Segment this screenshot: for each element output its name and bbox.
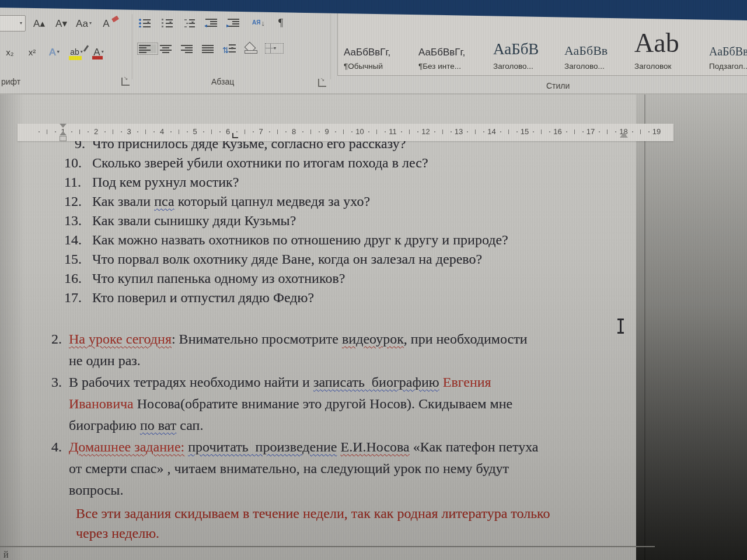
style-preview: Аab [634, 27, 700, 58]
ruler-number: 8 [292, 127, 296, 136]
justify-icon[interactable] [202, 44, 219, 53]
ruler-tick [549, 131, 550, 132]
dropdown-arrow-icon[interactable]: ▾ [147, 20, 149, 25]
ruler-tick [47, 130, 47, 134]
document-area[interactable]: 9.Что приснилось дяде Кузьме, согласно е… [0, 94, 747, 560]
shrink-font-icon[interactable]: А▾ [53, 16, 70, 31]
ruler-tick [442, 130, 443, 134]
paragraph-text: Как звали сынишку дяди Кузьмы? [92, 213, 296, 228]
list-number: 17. [64, 288, 82, 307]
tab-stop-marker[interactable] [232, 133, 238, 138]
font-size-combo[interactable]: ▾ [0, 15, 26, 32]
paragraph-group-row2: ▾▾▾ [139, 43, 284, 54]
highlight-icon[interactable]: ab▾ [68, 44, 85, 60]
horizontal-ruler[interactable]: 12345678910111213141516171819 [18, 124, 673, 141]
ruler-tick [113, 130, 113, 134]
paragraph-text: Домашнее задание: прочитать произведение… [69, 439, 538, 498]
grow-font-icon[interactable]: А▴ [30, 16, 48, 31]
dropdown-arrow-icon[interactable]: ▾ [102, 50, 104, 54]
style-label: ¶Обычный [344, 62, 409, 71]
ruler-number: 14 [487, 127, 495, 136]
ibeam-cursor-icon [620, 320, 622, 332]
style-card[interactable]: АаБбВвЗаголово... [558, 13, 629, 75]
increase-indent-icon[interactable] [228, 19, 245, 27]
style-card[interactable]: АаБбВвГг,¶Обычный [338, 13, 413, 75]
paragraph-text: Все эти задания скидываем в течение неде… [76, 506, 550, 541]
text-run: через неделю. [76, 526, 159, 541]
text-run: Что порвал волк охотнику дяде Ване, когд… [92, 251, 482, 267]
ruler-tick [343, 130, 344, 134]
dropdown-arrow-icon[interactable]: ▾ [20, 21, 22, 26]
show-marks-icon[interactable]: ¶ [272, 15, 289, 30]
footer-note-paragraph: Все эти задания скидываем в течение неде… [0, 503, 648, 543]
style-card[interactable]: АаБбВвГПодзагол... [703, 13, 747, 75]
dropdown-arrow-icon[interactable]: ▾ [231, 46, 233, 51]
borders-icon[interactable]: ▾ [265, 43, 284, 54]
multilevel-list-icon[interactable]: ▾ [183, 19, 201, 27]
style-label: ¶Без инте... [418, 62, 484, 71]
shading-icon[interactable]: ▾ [244, 43, 261, 54]
dropdown-arrow-icon[interactable]: ▾ [169, 20, 172, 25]
ruler-tick [508, 130, 509, 134]
text-run: Сколько зверей убили охотники по итогам … [92, 155, 428, 170]
paragraph-text: На уроке сегодня: Внимательно просмотрит… [69, 331, 528, 368]
ruler-tick [516, 131, 518, 132]
bullet-list-icon[interactable]: ▾ [139, 19, 156, 27]
paragraph-text: Что купил папенька одному из охотников? [92, 271, 345, 286]
dropdown-arrow-icon[interactable]: ▾ [89, 21, 92, 26]
style-card[interactable]: АabЗаголовок [629, 13, 703, 75]
ruler-number: 9 [324, 127, 329, 136]
sort-icon[interactable]: АЯ [250, 15, 267, 30]
text-effects-icon[interactable]: А▾ [46, 44, 63, 60]
ruler-tick [401, 131, 402, 132]
ruler-number: 11 [389, 127, 397, 136]
ruler-tick [483, 131, 484, 132]
change-case-icon[interactable]: Аа▾ [75, 16, 93, 31]
ruler-tick [376, 130, 377, 134]
dropdown-arrow-icon[interactable]: ▾ [191, 20, 194, 25]
clear-formatting-icon[interactable]: А [97, 16, 115, 31]
decrease-indent-icon[interactable] [205, 19, 223, 27]
superscript-icon[interactable]: x² [23, 44, 41, 60]
font-color-icon[interactable]: А▾ [90, 44, 107, 60]
text-run: записать биографию [313, 374, 439, 390]
ruler-tick [236, 131, 238, 132]
styles-group-label: Стили [546, 81, 570, 90]
dropdown-arrow-icon[interactable]: ▾ [274, 46, 276, 51]
right-indent-marker[interactable] [620, 132, 628, 138]
ruler-tick [277, 130, 278, 134]
line-spacing-icon[interactable]: ▾ [223, 44, 240, 53]
paragraph-text: Сколько зверей убили охотники по итогам … [92, 155, 428, 170]
style-card[interactable]: АаБбВЗаголово... [487, 13, 558, 75]
list-number: 15. [64, 250, 82, 269]
align-center-icon[interactable] [160, 44, 177, 53]
ruler-number: 13 [455, 127, 463, 136]
hanging-indent-marker[interactable] [60, 131, 67, 135]
status-bar-edge [0, 546, 655, 547]
status-bar-fragment: й [4, 550, 9, 560]
subscript-icon[interactable]: x₂ [1, 44, 19, 60]
numbered-list-icon[interactable]: ▾ [161, 19, 179, 27]
ruler-tick [153, 131, 155, 132]
ruler-number: 6 [226, 127, 230, 136]
style-label: Заголово... [493, 62, 555, 71]
first-line-indent-marker[interactable] [60, 124, 67, 128]
list-number: 4. [51, 436, 62, 458]
ruler-tick [368, 131, 369, 132]
style-card[interactable]: АаБбВвГг,¶Без инте... [413, 13, 487, 75]
align-right-icon[interactable] [181, 44, 198, 53]
paragraph-dialog-launcher-icon[interactable] [318, 79, 326, 87]
list-number: 12. [64, 192, 82, 211]
text-run: который цапнул медведя за ухо? [174, 194, 370, 209]
dropdown-arrow-icon[interactable]: ▾ [57, 50, 60, 54]
paragraph-text: В рабочих тетрадях необходимо найти и за… [69, 374, 512, 433]
dropdown-arrow-icon[interactable]: ▾ [81, 50, 83, 54]
align-left-icon[interactable] [139, 44, 156, 53]
left-indent-marker[interactable] [60, 136, 67, 141]
ruler-tick [607, 130, 608, 134]
dropdown-arrow-icon[interactable]: ▾ [252, 46, 254, 51]
ruler-tick [310, 130, 311, 134]
ruler-tick [121, 131, 122, 132]
font-dialog-launcher-icon[interactable] [121, 78, 130, 86]
question-paragraph: 11.Под кем рухнул мостик? [0, 173, 648, 192]
